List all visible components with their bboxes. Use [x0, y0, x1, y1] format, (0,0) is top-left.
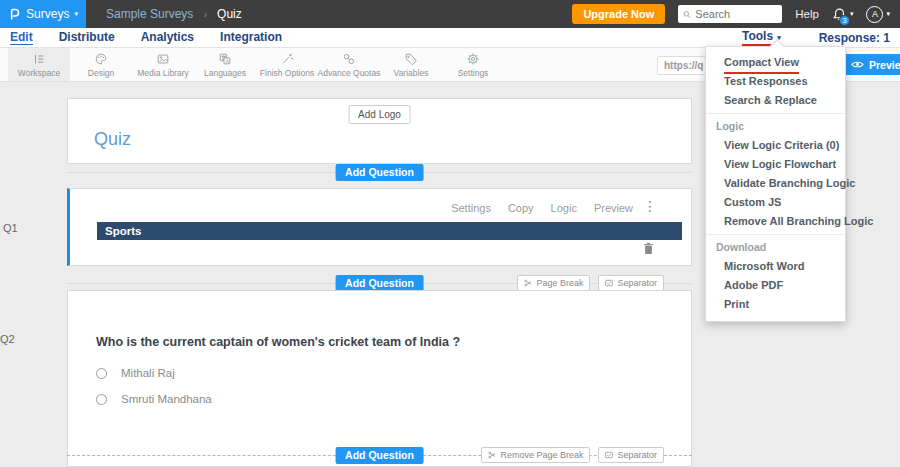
preview-button[interactable]: Preview: [843, 54, 900, 75]
menu-item-microsoft-word[interactable]: Microsoft Word: [706, 257, 845, 276]
answer-option-label[interactable]: Mithali Raj: [121, 367, 175, 379]
question-actions: Settings Copy Logic Preview: [451, 202, 633, 214]
notification-count-badge: 3: [839, 15, 850, 26]
toolbar-item-advance-quotas[interactable]: Advance Quotas: [318, 48, 380, 81]
tab-analytics[interactable]: Analytics: [141, 30, 194, 45]
add-question-row-middle: Add Question Page Break Separator: [67, 275, 692, 291]
gear-icon: [466, 52, 480, 66]
breadcrumb: Sample Surveys › Quiz: [106, 7, 242, 21]
toolbar-label: Finish Options: [260, 68, 314, 78]
response-count[interactable]: Response: 1: [819, 31, 890, 45]
menu-item-compact-view[interactable]: Compact View: [706, 53, 845, 72]
scissors-icon: [488, 451, 496, 459]
menu-section-logic: Logic: [706, 117, 845, 136]
toolbar-label: Languages: [204, 68, 246, 78]
product-name: Surveys: [26, 7, 69, 21]
answer-option-label[interactable]: Smruti Mandhana: [121, 393, 212, 405]
toolbar-item-variables[interactable]: Variables: [380, 48, 442, 81]
toolbar-item-languages[interactable]: A Languages: [194, 48, 256, 81]
separator-button[interactable]: Separator: [598, 447, 664, 463]
notifications-button[interactable]: 3 ▾: [832, 7, 854, 22]
add-logo-button[interactable]: Add Logo: [348, 105, 411, 124]
toolbar-item-finish-options[interactable]: Finish Options: [256, 48, 318, 81]
upgrade-now-button[interactable]: Upgrade Now: [572, 4, 665, 24]
menu-item-print[interactable]: Print: [706, 295, 845, 314]
magic-wand-icon: [280, 52, 294, 66]
chevron-down-icon: ▾: [886, 10, 890, 18]
scissors-icon: [524, 279, 532, 287]
toolbar-item-design[interactable]: Design: [70, 48, 132, 81]
breadcrumb-parent[interactable]: Sample Surveys: [106, 7, 193, 21]
toolbar-label: Advance Quotas: [318, 68, 381, 78]
add-question-row-top: Add Question: [67, 164, 692, 180]
separator-label: Separator: [617, 450, 657, 460]
menu-item-view-logic-flowchart[interactable]: View Logic Flowchart: [706, 155, 845, 174]
menu-item-remove-all-branching-logic[interactable]: Remove All Branching Logic: [706, 212, 845, 231]
breadcrumb-current: Quiz: [217, 7, 242, 21]
compact-view-label: Compact View: [724, 53, 799, 74]
questionpro-logo-icon: [8, 6, 21, 22]
trash-icon: [643, 242, 654, 255]
delete-question-button[interactable]: [643, 241, 654, 259]
help-link[interactable]: Help: [795, 8, 819, 20]
overflow-menu-icon[interactable]: ⋮: [643, 199, 657, 213]
app-window: Surveys ▾ Sample Surveys › Quiz Upgrade …: [0, 0, 900, 467]
radio-button[interactable]: [96, 394, 107, 405]
remove-page-break-label: Remove Page Break: [500, 450, 583, 460]
survey-header-card: Add Logo Quiz: [67, 98, 692, 164]
break-controls: Remove Page Break Separator: [481, 447, 664, 463]
toolbar-item-workspace[interactable]: Workspace: [8, 48, 70, 81]
toolbar-label: Media Library: [137, 68, 189, 78]
radio-button[interactable]: [96, 368, 107, 379]
nav-right-group: Tools ▾ Response: 1: [742, 29, 890, 46]
chevron-down-icon: ▾: [850, 10, 854, 18]
eye-icon: [851, 60, 864, 69]
menu-item-view-logic-criteria[interactable]: View Logic Criteria (0): [706, 136, 845, 155]
survey-title[interactable]: Quiz: [94, 129, 131, 150]
question-copy-link[interactable]: Copy: [508, 202, 534, 214]
question-logic-link[interactable]: Logic: [551, 202, 577, 214]
product-switcher[interactable]: Surveys ▾: [0, 0, 86, 28]
question-number-q1: Q1: [3, 222, 18, 234]
toolbar-item-media-library[interactable]: Media Library: [132, 48, 194, 81]
answer-option: Smruti Mandhana: [96, 393, 212, 405]
menu-item-validate-branching-logic[interactable]: Validate Branching Logic: [706, 174, 845, 193]
break-controls: Page Break Separator: [517, 275, 664, 291]
page-break-button[interactable]: Page Break: [517, 275, 590, 291]
search-input[interactable]: [695, 8, 777, 20]
add-question-button[interactable]: Add Question: [335, 164, 424, 181]
chevron-down-icon: ▾: [74, 10, 78, 18]
question-card-q2[interactable]: Who is the current captain of women's cr…: [67, 290, 692, 467]
main-nav: Edit Distribute Analytics Integration To…: [0, 28, 900, 48]
breadcrumb-separator-icon: ›: [203, 8, 207, 20]
toolbar-label: Design: [88, 68, 114, 78]
question-preview-link[interactable]: Preview: [594, 202, 633, 214]
tools-dropdown-menu: Compact View Test Responses Search & Rep…: [705, 46, 846, 322]
tab-edit[interactable]: Edit: [10, 30, 33, 45]
search-box[interactable]: [678, 5, 782, 23]
top-bar: Surveys ▾ Sample Surveys › Quiz Upgrade …: [0, 0, 900, 28]
menu-item-test-responses[interactable]: Test Responses: [706, 72, 845, 91]
question-card-q1[interactable]: Settings Copy Logic Preview ⋮ Sports: [67, 188, 692, 266]
tab-distribute[interactable]: Distribute: [59, 30, 115, 45]
design-palette-icon: [94, 52, 108, 66]
question-settings-link[interactable]: Settings: [451, 202, 491, 214]
question-text[interactable]: Who is the current captain of women's cr…: [96, 335, 460, 349]
menu-item-custom-js[interactable]: Custom JS: [706, 193, 845, 212]
image-icon: [156, 52, 170, 66]
menu-item-adobe-pdf[interactable]: Adobe PDF: [706, 276, 845, 295]
page-break-label: Page Break: [536, 278, 583, 288]
menu-section-download: Download: [706, 238, 845, 257]
separator-button[interactable]: Separator: [598, 275, 664, 291]
question-block-title[interactable]: Sports: [97, 222, 682, 240]
add-question-button[interactable]: Add Question: [335, 447, 424, 464]
menu-divider: [706, 234, 845, 235]
account-menu-button[interactable]: A ▾: [866, 6, 890, 23]
tools-label: Tools: [742, 29, 773, 46]
preview-label: Preview: [869, 59, 900, 71]
remove-page-break-button[interactable]: Remove Page Break: [481, 447, 590, 463]
menu-item-search-replace[interactable]: Search & Replace: [706, 91, 845, 110]
add-question-row-bottom: Add Question Remove Page Break Separator: [67, 447, 692, 463]
toolbar-item-settings[interactable]: Settings: [442, 48, 504, 81]
tab-integration[interactable]: Integration: [220, 30, 282, 45]
